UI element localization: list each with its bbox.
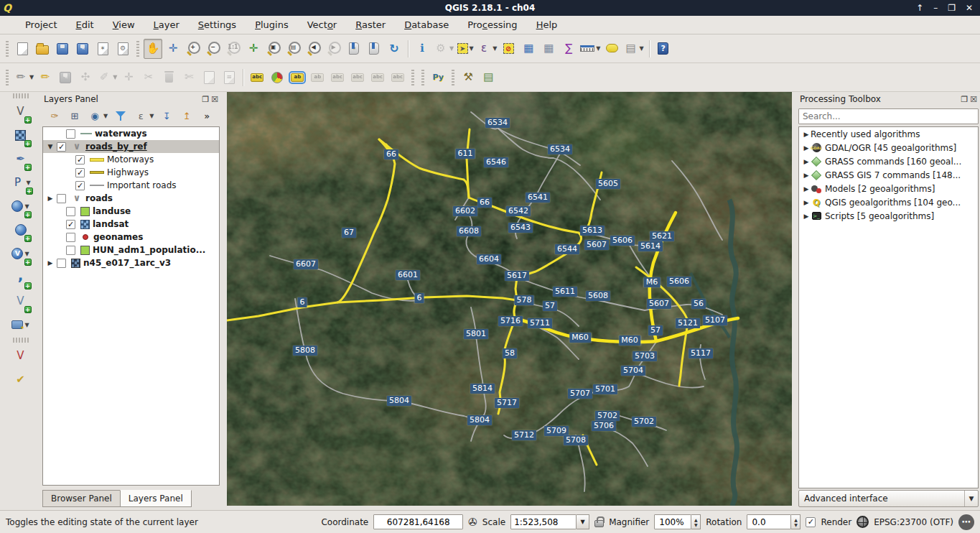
new-shapefile-layer-icon[interactable]: V+ xyxy=(11,290,30,312)
add-feature-icon[interactable]: ✣ xyxy=(76,68,95,88)
cut-features-icon[interactable]: ✄ xyxy=(179,68,198,88)
float-panel-icon[interactable]: ❐ xyxy=(961,95,968,104)
layer-row-landsat[interactable]: ✓landsat xyxy=(43,218,219,231)
add-delimited-text-icon[interactable]: ,+ xyxy=(11,266,30,288)
tab-browser-panel[interactable]: Browser Panel xyxy=(42,490,121,507)
menu-edit[interactable]: Edit xyxy=(67,17,103,32)
map-tips-icon[interactable] xyxy=(602,39,621,59)
scale-lock-icon[interactable] xyxy=(594,520,604,527)
save-project-as-icon[interactable]: ✎ xyxy=(73,39,92,59)
expander-icon[interactable]: ▶ xyxy=(46,195,55,202)
current-edits-icon[interactable]: ✏▼ xyxy=(13,68,34,88)
minimize-window-icon[interactable]: – xyxy=(933,0,938,16)
python-console-icon[interactable]: Py xyxy=(429,68,447,88)
grass-tools-icon[interactable]: ▤ xyxy=(479,68,498,88)
layer-checkbox[interactable]: ✓ xyxy=(57,142,66,152)
layer-checkbox[interactable]: ✓ xyxy=(66,220,75,229)
layer-row-motorways[interactable]: ✓Motorways xyxy=(43,153,219,166)
new-project-icon[interactable] xyxy=(13,39,32,59)
processing-group-row[interactable]: ▶QQGIS geoalgorithms [104 geo... xyxy=(799,195,978,209)
collapse-all-icon[interactable]: ↥ xyxy=(179,107,195,124)
zoom-to-selection-icon[interactable]: ▣ xyxy=(264,39,283,59)
toolbar-handle[interactable] xyxy=(4,70,10,85)
menu-view[interactable]: View xyxy=(103,17,144,32)
new-print-composer-icon[interactable]: ✶ xyxy=(93,39,112,59)
layer-checkbox[interactable] xyxy=(66,129,75,139)
add-postgis-layer-icon[interactable]: P+▼ xyxy=(9,172,31,193)
menu-plugins[interactable]: Plugins xyxy=(246,17,298,32)
move-label-icon[interactable]: abc xyxy=(348,68,367,88)
menu-raster[interactable]: Raster xyxy=(346,17,395,32)
split-features-icon[interactable]: ✂ xyxy=(139,68,158,88)
log-messages-icon[interactable]: ⋯ xyxy=(958,514,974,530)
zoom-native-icon[interactable]: 1:1 xyxy=(224,39,243,59)
scale-combo[interactable] xyxy=(510,514,577,529)
layer-row-hun-adm1-populatio-[interactable]: HUN_adm1_populatio... xyxy=(43,244,219,256)
expander-icon[interactable]: ▶ xyxy=(802,213,811,220)
filter-by-expression-icon[interactable]: ε▼ xyxy=(133,107,154,124)
layer-diagram-icon[interactable] xyxy=(268,68,286,88)
open-layer-styling-icon[interactable]: ✑ xyxy=(47,107,62,124)
change-label-icon[interactable]: abc xyxy=(388,68,407,88)
help-icon[interactable]: ? xyxy=(654,39,673,59)
add-vector-layer-icon[interactable]: V+ xyxy=(11,101,30,122)
layer-checkbox[interactable] xyxy=(66,207,75,216)
identify-features-icon[interactable]: ℹ xyxy=(413,39,431,59)
select-features-icon[interactable]: ➤▼ xyxy=(456,39,475,59)
processing-group-row[interactable]: ▶>_Scripts [5 geoalgorithms] xyxy=(799,209,978,223)
text-annotation-icon[interactable]: ▤▼ xyxy=(622,39,644,59)
field-calculator-icon[interactable]: ∑ xyxy=(559,39,578,59)
panel-overflow-icon[interactable]: » xyxy=(199,107,215,124)
menu-project[interactable]: Project xyxy=(16,17,67,32)
zoom-out-icon[interactable]: − xyxy=(204,39,223,59)
shade-window-icon[interactable]: ↑ xyxy=(916,0,923,16)
expander-icon[interactable]: ▶ xyxy=(802,144,811,152)
close-panel-icon[interactable]: ☒ xyxy=(211,95,218,104)
zoom-next-icon[interactable]: ▶ xyxy=(325,39,343,59)
expander-icon[interactable]: ▶ xyxy=(802,185,811,193)
add-group-icon[interactable]: ⊞ xyxy=(67,107,83,124)
rotation-input[interactable] xyxy=(747,514,791,529)
processing-search-input[interactable] xyxy=(798,108,979,124)
show-bookmarks-icon[interactable] xyxy=(365,39,383,59)
layer-row-roads[interactable]: ▶∨roads xyxy=(43,192,219,205)
layer-checkbox[interactable]: ✓ xyxy=(75,181,85,190)
add-virtual-layer-icon[interactable]: ▼ xyxy=(11,314,29,335)
tab-layers-panel[interactable]: Layers Panel xyxy=(120,490,192,507)
menu-settings[interactable]: Settings xyxy=(189,17,246,32)
open-attribute-table-icon[interactable]: ▦ xyxy=(519,39,538,59)
restore-window-icon[interactable]: ❐ xyxy=(948,0,956,16)
layer-row-landuse[interactable]: landuse xyxy=(43,205,219,218)
processing-group-row[interactable]: ▶Recently used algorithms xyxy=(799,127,978,141)
layer-checkbox[interactable] xyxy=(66,233,75,242)
filter-legend-icon[interactable] xyxy=(113,107,129,124)
add-oracle-layer-icon[interactable]: +▼ xyxy=(11,195,29,217)
measure-icon[interactable]: ▼ xyxy=(579,39,601,59)
menu-layer[interactable]: Layer xyxy=(144,17,189,32)
processing-toolbox-icon[interactable]: ⚒ xyxy=(459,68,477,88)
delete-selected-icon[interactable] xyxy=(159,68,178,88)
select-by-expression-icon[interactable]: ε▼ xyxy=(476,39,498,59)
composer-manager-icon[interactable]: ⚙ xyxy=(113,39,132,59)
rotation-stepper[interactable]: ▲▼ xyxy=(791,514,801,529)
toolbar-handle[interactable] xyxy=(135,41,141,57)
zoom-full-icon[interactable]: ✛ xyxy=(244,39,263,59)
magnifier-input[interactable] xyxy=(654,514,691,529)
run-feature-action-icon[interactable]: ⚙▼ xyxy=(433,39,454,59)
extents-tracker-icon[interactable]: ✇ xyxy=(468,516,477,529)
new-bookmark-icon[interactable]: ✶ xyxy=(345,39,363,59)
layer-checkbox[interactable] xyxy=(57,194,66,203)
rotate-label-icon[interactable]: abc xyxy=(368,68,387,88)
add-wfs-layer-icon[interactable]: V+▼ xyxy=(11,243,29,264)
manage-layer-visibility-icon[interactable]: ◉▼ xyxy=(87,107,108,124)
close-window-icon[interactable]: ✕ xyxy=(966,0,973,16)
toolbar-handle[interactable] xyxy=(420,70,426,85)
layer-checkbox[interactable]: ✓ xyxy=(75,155,85,164)
magnifier-stepper[interactable]: ▲▼ xyxy=(691,514,701,529)
save-layer-edits-icon[interactable]: ✎ xyxy=(56,68,75,88)
expander-icon[interactable]: ▼ xyxy=(46,143,55,150)
topology-checker-icon[interactable]: V xyxy=(11,345,30,366)
pin-labels-icon[interactable]: ab xyxy=(308,68,327,88)
layer-row-n45-e017-1arc-v3[interactable]: ▶n45_e017_1arc_v3 xyxy=(43,256,219,269)
interface-selector[interactable]: Advanced interface ▼ xyxy=(798,490,979,507)
